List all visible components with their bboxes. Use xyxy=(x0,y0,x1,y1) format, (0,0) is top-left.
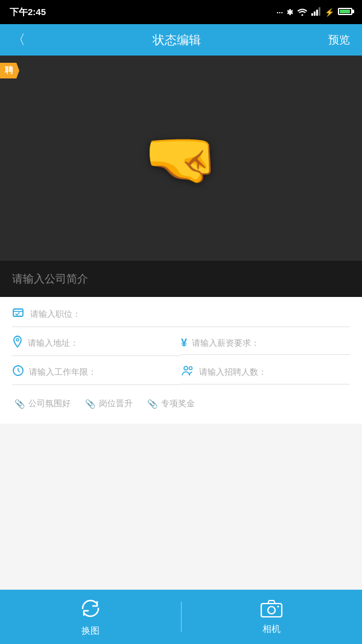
salary-label[interactable]: 请输入薪资要求： xyxy=(192,338,259,349)
tag-bonus[interactable]: 📎 专项奖金 xyxy=(147,398,195,409)
back-button[interactable]: 〈 xyxy=(12,31,25,49)
workyears-col: 请输入工作年限： xyxy=(12,365,181,385)
tag-atmosphere[interactable]: 📎 公司氛围好 xyxy=(14,398,71,409)
people-icon xyxy=(181,365,194,379)
hiring-label[interactable]: 请输入招聘人数： xyxy=(199,367,267,378)
tag-promotion[interactable]: 📎 岗位晋升 xyxy=(85,398,133,409)
svg-rect-4 xyxy=(13,309,23,316)
svg-rect-3 xyxy=(319,7,320,16)
tags-row: 📎 公司氛围好 📎 岗位晋升 📎 专项奖金 xyxy=(12,394,350,414)
refresh-icon xyxy=(79,597,102,623)
fist-image: 🤜 xyxy=(144,128,219,188)
address-col: 请输入地址： xyxy=(12,336,181,356)
battery-icon xyxy=(338,8,352,17)
location-icon xyxy=(12,336,23,351)
position-icon xyxy=(12,307,24,322)
bluetooth-icon: ✱ xyxy=(287,8,293,17)
workyears-hiring-row: 请输入工作年限： 请输入招聘人数： xyxy=(12,365,350,385)
tag-atmosphere-label: 公司氛围好 xyxy=(28,398,71,409)
camera-label: 相机 xyxy=(262,623,281,635)
camera-button[interactable]: 相机 xyxy=(182,599,363,635)
svg-rect-2 xyxy=(316,10,318,16)
svg-point-8 xyxy=(189,367,192,370)
workyears-label[interactable]: 请输入工作年限： xyxy=(29,367,97,378)
change-image-label: 换图 xyxy=(81,625,100,637)
position-row: 请输入职位： xyxy=(12,307,350,327)
header: 〈 状态编辑 预览 xyxy=(0,24,362,56)
camera-icon xyxy=(260,599,283,621)
form-area: 请输入职位： 请输入地址： ¥ 请输入薪资要求： xyxy=(0,297,362,424)
status-icons: ··· ✱ ⚡ xyxy=(276,7,352,18)
address-salary-row: 请输入地址： ¥ 请输入薪资要求： xyxy=(12,336,350,356)
salary-icon: ¥ xyxy=(181,337,187,349)
tag-promotion-label: 岗位晋升 xyxy=(99,398,133,409)
svg-point-5 xyxy=(16,339,19,341)
svg-rect-0 xyxy=(311,13,313,16)
dots-icon: ··· xyxy=(276,8,283,17)
job-badge: 聘 xyxy=(0,63,19,78)
status-time: 下午2:45 xyxy=(10,7,46,18)
svg-point-11 xyxy=(278,606,279,608)
clip-icon-3: 📎 xyxy=(147,399,157,409)
company-intro-placeholder: 请输入公司简介 xyxy=(12,273,88,285)
bolt-icon: ⚡ xyxy=(325,8,334,17)
wifi-icon xyxy=(297,7,308,18)
svg-rect-1 xyxy=(314,11,316,16)
hiring-col: 请输入招聘人数： xyxy=(181,365,350,384)
svg-point-7 xyxy=(184,366,188,370)
clip-icon-2: 📎 xyxy=(85,399,95,409)
salary-col: ¥ 请输入薪资要求： xyxy=(181,337,350,355)
bottom-bar: 换图 相机 xyxy=(0,590,362,644)
clip-icon-1: 📎 xyxy=(14,399,25,409)
clock-icon xyxy=(12,365,24,380)
position-label[interactable]: 请输入职位： xyxy=(30,309,81,320)
status-bar: 下午2:45 ··· ✱ ⚡ xyxy=(0,0,362,24)
change-image-button[interactable]: 换图 xyxy=(0,597,181,637)
svg-point-10 xyxy=(268,607,275,614)
content-spacer xyxy=(0,424,362,532)
tag-bonus-label: 专项奖金 xyxy=(161,398,195,409)
image-area: 聘 🤜 xyxy=(0,56,362,261)
signal-icon xyxy=(311,7,321,18)
svg-rect-9 xyxy=(261,604,282,617)
address-label[interactable]: 请输入地址： xyxy=(28,338,78,349)
preview-button[interactable]: 预览 xyxy=(328,33,350,47)
page-title: 状态编辑 xyxy=(153,32,201,48)
company-intro-section[interactable]: 请输入公司简介 xyxy=(0,261,362,297)
